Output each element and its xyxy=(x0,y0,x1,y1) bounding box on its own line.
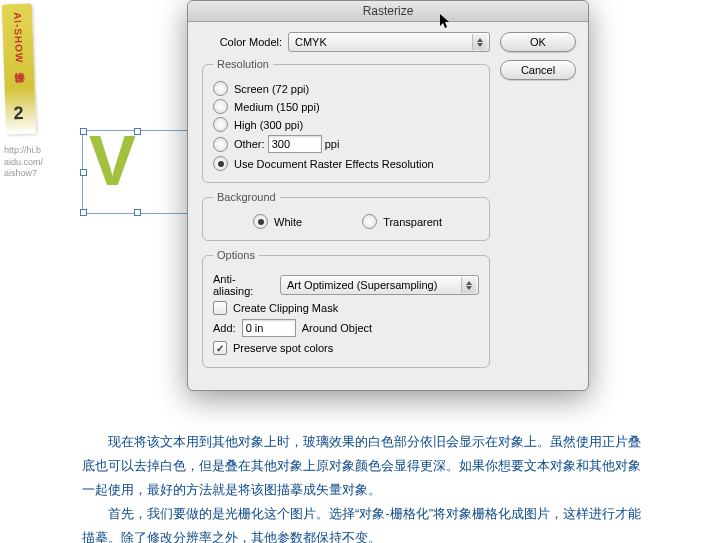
aa-select[interactable]: Art Optimized (Supersampling) xyxy=(280,275,479,295)
source-url: http://hi.b aidu.com/ aishow7 xyxy=(4,145,43,180)
options-legend: Options xyxy=(213,249,259,261)
paragraph-1: 现在将该文本用到其他对象上时，玻璃效果的白色部分依旧会显示在对象上。虽然使用正片… xyxy=(82,430,642,502)
add-input[interactable] xyxy=(242,319,296,337)
radio-screen[interactable]: Screen (72 ppi) xyxy=(213,81,479,96)
radio-icon xyxy=(213,117,228,132)
radio-icon xyxy=(213,99,228,114)
ribbon-title: AI-SHOW绘课 xyxy=(10,12,26,66)
checkbox-icon xyxy=(213,301,227,315)
selection-handle[interactable] xyxy=(134,209,141,216)
color-model-value: CMYK xyxy=(295,36,327,48)
color-model-label: Color Model: xyxy=(202,36,282,48)
ribbon-bookmark: AI-SHOW绘课 2 xyxy=(2,4,37,135)
background-group: Background White Transparent xyxy=(202,191,490,241)
selection-handle[interactable] xyxy=(80,209,87,216)
aa-value: Art Optimized (Supersampling) xyxy=(287,279,437,291)
cursor-icon xyxy=(440,14,452,30)
artwork-selection[interactable]: V xyxy=(82,130,192,214)
selection-handle[interactable] xyxy=(134,128,141,135)
paragraph-2: 首先，我们要做的是光栅化这个图片。选择“对象-栅格化”将对象栅格化成图片，这样进… xyxy=(82,502,642,543)
radio-white[interactable]: White xyxy=(253,214,302,229)
radio-icon xyxy=(362,214,377,229)
selection-handle[interactable] xyxy=(80,169,87,176)
aa-label: Anti-aliasing: xyxy=(213,273,274,297)
radio-icon xyxy=(213,81,228,96)
cancel-button[interactable]: Cancel xyxy=(500,60,576,80)
radio-transparent[interactable]: Transparent xyxy=(362,214,442,229)
background-legend: Background xyxy=(213,191,280,203)
ribbon-number: 2 xyxy=(13,103,24,124)
artwork-letter: V xyxy=(89,121,136,201)
ok-button[interactable]: OK xyxy=(500,32,576,52)
radio-medium[interactable]: Medium (150 ppi) xyxy=(213,99,479,114)
radio-icon xyxy=(213,156,228,171)
dialog-title[interactable]: Rasterize xyxy=(188,1,588,22)
clip-mask-checkbox[interactable]: Create Clipping Mask xyxy=(213,301,479,315)
add-label: Add: xyxy=(213,322,236,334)
sidebar: AI-SHOW绘课 2 xyxy=(4,4,38,134)
resolution-legend: Resolution xyxy=(213,58,273,70)
color-model-select[interactable]: CMYK xyxy=(288,32,490,52)
chevron-updown-icon xyxy=(472,34,487,50)
radio-icon xyxy=(213,137,228,152)
preserve-checkbox[interactable]: Preserve spot colors xyxy=(213,341,479,355)
options-group: Options Anti-aliasing: Art Optimized (Su… xyxy=(202,249,490,368)
body-text: 现在将该文本用到其他对象上时，玻璃效果的白色部分依旧会显示在对象上。虽然使用正片… xyxy=(82,430,642,543)
radio-icon xyxy=(253,214,268,229)
radio-high[interactable]: High (300 ppi) xyxy=(213,117,479,132)
resolution-group: Resolution Screen (72 ppi) Medium (150 p… xyxy=(202,58,490,183)
checkbox-icon xyxy=(213,341,227,355)
rasterize-dialog: Rasterize Color Model: CMYK Resolution S… xyxy=(187,0,589,391)
radio-use-doc[interactable]: Use Document Raster Effects Resolution xyxy=(213,156,479,171)
around-text: Around Object xyxy=(302,322,372,334)
chevron-updown-icon xyxy=(461,277,476,293)
selection-handle[interactable] xyxy=(80,128,87,135)
radio-other[interactable]: Other: ppi xyxy=(213,135,479,153)
other-ppi-input[interactable] xyxy=(268,135,322,153)
